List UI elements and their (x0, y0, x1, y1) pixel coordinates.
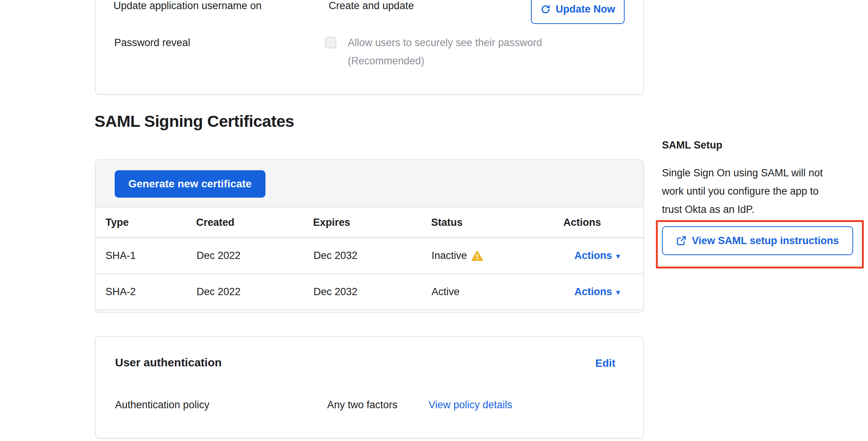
view-saml-instructions-label: View SAML setup instructions (692, 235, 839, 247)
column-header-created: Created (186, 217, 303, 228)
table-row: SHA-2 Dec 2022 Dec 2032 Active Actions ▾ (96, 274, 643, 310)
username-update-value: Create and update (329, 0, 414, 12)
page: Update application username on Create an… (0, 0, 868, 441)
cert-status-cell: Active (422, 274, 554, 310)
description-line: work until you configure the app to (662, 182, 868, 200)
description-line: Single Sign On using SAML will not (662, 164, 868, 182)
saml-certificates-panel: Generate new certificate Type Created Ex… (95, 160, 644, 312)
update-now-label: Update Now (556, 3, 615, 15)
view-saml-instructions-button[interactable]: View SAML setup instructions (662, 226, 853, 255)
cert-expires-cell: Dec 2032 (304, 274, 420, 310)
app-settings-panel: Update application username on Create an… (95, 0, 644, 94)
generate-certificate-button[interactable]: Generate new certificate (115, 170, 265, 198)
password-reveal-label: Password reveal (114, 36, 190, 49)
certificates-toolbar: Generate new certificate (96, 160, 643, 208)
cert-actions-cell: Actions ▾ (555, 238, 643, 274)
cert-actions-cell: Actions ▾ (555, 274, 643, 310)
status-text: Active (432, 286, 460, 298)
actions-label: Actions (574, 286, 612, 298)
user-authentication-panel: User authentication Edit Authentication … (95, 336, 644, 438)
saml-setup-title: SAML Setup (662, 139, 723, 151)
update-now-button[interactable]: Update Now (531, 0, 625, 24)
authentication-policy-label: Authentication policy (115, 398, 209, 411)
authentication-policy-value: Any two factors (327, 398, 398, 411)
column-header-actions: Actions (555, 217, 643, 228)
description-line: trust Okta as an IdP. (662, 200, 868, 219)
username-update-label: Update application username on (113, 0, 262, 12)
chevron-down-icon: ▾ (616, 252, 620, 260)
cert-type-cell: SHA-2 (96, 274, 185, 310)
password-reveal-recommended-label: (Recommended) (348, 54, 424, 67)
cert-created-cell: Dec 2022 (187, 274, 302, 310)
password-reveal-checkbox[interactable] (325, 37, 336, 48)
cert-status-cell: Inactive (422, 238, 554, 274)
page-title: SAML Signing Certificates (94, 112, 294, 131)
cert-type-cell: SHA-1 (96, 238, 185, 274)
user-authentication-title: User authentication (115, 356, 222, 369)
refresh-icon (540, 4, 551, 14)
edit-link[interactable]: Edit (595, 357, 615, 369)
warning-icon (472, 251, 483, 261)
actions-dropdown[interactable]: Actions ▾ (574, 286, 620, 298)
view-policy-details-link[interactable]: View policy details (428, 398, 512, 411)
actions-label: Actions (574, 250, 612, 262)
column-header-type: Type (96, 217, 186, 228)
column-header-status: Status (421, 217, 555, 228)
password-reveal-checkbox-label: Allow users to securely see their passwo… (348, 36, 542, 49)
external-link-icon (676, 235, 687, 246)
cert-expires-cell: Dec 2032 (304, 238, 420, 274)
certificates-table-header: Type Created Expires Status Actions (96, 208, 643, 238)
table-row: SHA-1 Dec 2022 Dec 2032 Inactive Actions… (96, 238, 643, 274)
chevron-down-icon: ▾ (616, 288, 620, 297)
status-text: Inactive (432, 250, 467, 262)
column-header-expires: Expires (303, 217, 421, 228)
actions-dropdown[interactable]: Actions ▾ (574, 250, 620, 262)
saml-setup-description: Single Sign On using SAML will not work … (662, 164, 868, 219)
cert-created-cell: Dec 2022 (187, 238, 302, 274)
